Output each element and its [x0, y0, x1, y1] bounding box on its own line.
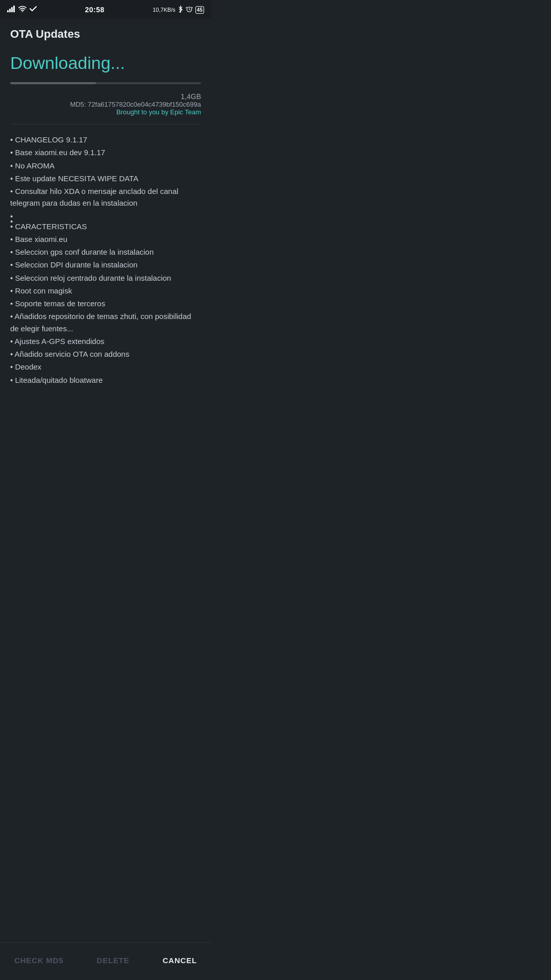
progress-bar — [10, 82, 96, 84]
check-icon — [30, 6, 37, 13]
svg-rect-2 — [11, 7, 13, 12]
list-item: Root con magisk — [10, 285, 201, 297]
list-item: Deodex — [10, 361, 201, 373]
battery-indicator: 45 — [195, 6, 204, 14]
signal-icon — [7, 6, 15, 14]
status-time: 20:58 — [85, 6, 104, 14]
list-item: Consultar hilo XDA o mensaje anclado del… — [10, 185, 201, 209]
list-item: Ajustes A-GPS extendidos — [10, 335, 201, 347]
list-item: Añadido servicio OTA con addons — [10, 348, 201, 360]
file-info: 1,4GB MD5: 72fa61757820c0e04c4739bf150c6… — [10, 92, 201, 116]
list-item: Seleccion DPI durante la instalacion — [10, 259, 201, 271]
network-speed: 10,7KB/s — [153, 7, 176, 13]
file-size: 1,4GB — [10, 92, 201, 101]
list-item: • — [10, 210, 201, 214]
list-item: Añadidos repositorio de temas zhuti, con… — [10, 310, 201, 334]
svg-point-4 — [22, 11, 23, 12]
status-bar: 20:58 10,7KB/s 45 — [0, 0, 211, 18]
svg-rect-1 — [9, 9, 11, 12]
file-md5: MD5: 72fa61757820c0e04c4739bf150c699a — [10, 101, 201, 108]
battery-level: 45 — [197, 7, 203, 13]
progress-container — [10, 82, 201, 84]
list-item: CARACTERISTICAS — [10, 220, 201, 232]
wifi-icon — [18, 6, 27, 14]
main-content: Downloading... 1,4GB MD5: 72fa61757820c0… — [0, 48, 211, 438]
changelog-list: CHANGELOG 9.1.17Base xiaomi.eu dev 9.1.1… — [10, 134, 201, 386]
alarm-icon — [186, 6, 193, 14]
list-item: • — [10, 215, 201, 219]
svg-rect-3 — [13, 6, 15, 12]
list-item: No AROMA — [10, 160, 201, 172]
downloading-label: Downloading... — [10, 53, 201, 73]
epic-team-label: Brought to you by Epic Team — [10, 108, 201, 116]
list-item: Seleccion gps conf durante la instalacio… — [10, 246, 201, 258]
list-item: Este update NECESITA WIPE DATA — [10, 173, 201, 184]
list-item: Liteada/quitado bloatware — [10, 374, 201, 386]
section-divider — [10, 124, 201, 125]
status-right: 10,7KB/s 45 — [153, 6, 204, 14]
page-title: OTA Updates — [10, 28, 201, 41]
list-item: Base xiaomi.eu dev 9.1.17 — [10, 146, 201, 158]
list-item: CHANGELOG 9.1.17 — [10, 134, 201, 145]
svg-rect-0 — [7, 10, 9, 12]
list-item: Seleccion reloj centrado durante la inst… — [10, 272, 201, 284]
bluetooth-icon — [178, 6, 183, 14]
status-left — [7, 6, 37, 14]
list-item: Base xiaomi.eu — [10, 233, 201, 245]
app-header: OTA Updates — [0, 18, 211, 48]
list-item: Soporte temas de terceros — [10, 298, 201, 309]
